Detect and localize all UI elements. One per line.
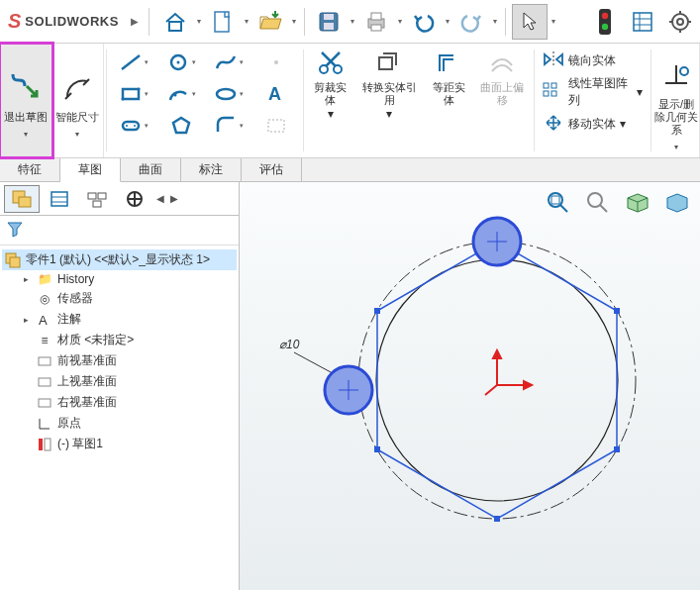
command-manager-tabs: 特征 草图 曲面 标注 评估 [0,158,700,182]
tree-label: 注解 [57,311,81,328]
trim-button[interactable]: 剪裁实体 ▾ [306,44,354,157]
exit-sketch-button[interactable]: 退出草图 ▾ [0,44,52,157]
tree-annotations[interactable]: ▸A注解 [2,309,237,330]
dropdown-icon[interactable]: ▾ [444,17,451,26]
select-button[interactable] [512,4,548,40]
tree-right-plane[interactable]: 右视基准面 [2,392,237,413]
feature-tree-tab[interactable] [4,185,40,213]
surface-offset-button[interactable]: 曲面上偏移 [473,44,533,157]
title-bar: S SOLIDWORKS ▶ ▾ ▾ ▾ ▾ ▾ ▾ ▾ ▾ [0,0,700,44]
mirror-entities-button[interactable]: 镜向实体 [539,48,647,73]
undo-button[interactable] [406,4,442,40]
linear-pattern-button[interactable]: 线性草图阵列 ▾ [539,79,647,105]
new-button[interactable] [205,4,241,40]
rectangle-tool[interactable]: ▾ [111,79,156,109]
svg-rect-83 [614,446,620,452]
home-button[interactable] [157,4,193,40]
svg-line-93 [294,352,331,372]
convert-label: 转换实体引用 [358,81,420,107]
svg-point-16 [677,19,683,25]
tab-evaluate[interactable]: 评估 [242,158,302,181]
svg-rect-27 [123,89,139,99]
graphics-area[interactable]: ⌀10 [240,182,700,590]
open-button[interactable] [252,4,288,40]
save-button[interactable] [311,4,347,40]
annotation-icon: A [36,313,53,327]
offset-entities-button[interactable]: 等距实体 [424,44,472,157]
svg-line-23 [122,55,140,69]
ellipse-tool[interactable]: ▾ [206,79,251,109]
dropdown-icon[interactable]: ▾ [195,17,203,26]
tab-annotate[interactable]: 标注 [181,158,242,181]
tree-sketch1[interactable]: (-) 草图1 [2,434,237,454]
dimxpert-tab[interactable] [117,185,152,213]
tree-label: 上视基准面 [57,373,117,390]
print-button[interactable] [358,4,394,40]
separator [650,49,651,151]
arc-tool[interactable]: ▾ [158,79,204,109]
app-logo: S SOLIDWORKS [2,0,125,43]
panel-tab-strip: ◀ ▶ [0,182,239,216]
line-tool[interactable]: ▾ [111,48,156,77]
plane-tool[interactable] [253,111,299,141]
tree-top-plane[interactable]: 上视基准面 [2,371,237,392]
expand-icon[interactable]: ▸ [20,274,32,284]
options-button[interactable] [625,4,660,40]
dropdown-icon[interactable]: ▾ [349,17,356,26]
polygon-tool[interactable] [158,111,204,141]
zoom-to-fit-button[interactable] [542,188,575,216]
display-style-button[interactable] [660,188,694,216]
tab-sketch[interactable]: 草图 [60,158,121,182]
dropdown-icon[interactable]: ▾ [491,17,499,26]
tree-history[interactable]: ▸📁History [2,270,237,288]
text-tool[interactable]: A [253,79,299,109]
circle-tool[interactable]: ▾ [158,48,204,77]
configuration-manager-tab[interactable] [79,185,115,213]
display-relations-button[interactable]: 显示/删除几何关系 ▾ [653,44,700,157]
tree-sensors[interactable]: ◎传感器 [2,288,237,309]
traffic-light-icon[interactable] [587,4,623,40]
dropdown-icon[interactable]: ▾ [386,107,392,121]
expand-icon[interactable]: ▸ [20,315,32,325]
fillet-tool[interactable]: ▾ [206,111,251,141]
offset-icon [434,46,463,79]
tab-surfaces[interactable]: 曲面 [121,158,181,181]
spline-tool[interactable]: ▾ [206,48,251,77]
tree-material[interactable]: ≡材质 <未指定> [2,330,237,350]
dropdown-icon[interactable]: ▾ [24,130,28,139]
point-tool[interactable] [253,48,299,77]
tree-front-plane[interactable]: 前视基准面 [2,350,237,371]
smart-dimension-label: 智能尺寸 [55,111,99,124]
convert-entities-button[interactable]: 转换实体引用 ▾ [354,44,424,157]
smart-dimension-button[interactable]: 智能尺寸 ▾ [52,44,105,157]
dropdown-icon[interactable]: ▾ [674,143,678,151]
tree-root[interactable]: 零件1 (默认) <<默认>_显示状态 1> [2,249,237,270]
separator [304,8,305,36]
dropdown-icon[interactable]: ▾ [637,85,643,99]
app-menu-chevron-icon[interactable]: ▶ [125,16,145,27]
plane-icon [36,375,53,389]
zoom-to-area-button[interactable] [581,188,615,216]
settings-gear-icon[interactable] [662,4,698,40]
dropdown-icon[interactable]: ▾ [243,17,250,26]
move-entities-button[interactable]: 移动实体 ▾ [539,111,647,137]
dropdown-icon[interactable]: ▾ [620,117,626,131]
dropdown-icon[interactable]: ▾ [328,107,334,121]
property-manager-tab[interactable] [42,185,77,213]
svg-rect-75 [551,196,559,204]
view-orientation-button[interactable] [621,188,654,216]
redo-button[interactable] [453,4,489,40]
dropdown-icon[interactable]: ▾ [75,130,79,139]
slot-tool[interactable]: ▾ [111,111,156,141]
dropdown-icon[interactable]: ▾ [290,17,298,26]
svg-point-30 [174,94,177,97]
dropdown-icon[interactable]: ▾ [550,17,557,26]
separator [106,49,107,151]
scissors-icon [316,46,346,79]
dropdown-icon[interactable]: ▾ [396,17,404,26]
panel-nav-prev[interactable]: ◀ [154,193,166,204]
filter-bar[interactable] [0,216,239,246]
tree-origin[interactable]: 原点 [2,413,237,434]
panel-nav-next[interactable]: ▶ [168,193,180,204]
tab-features[interactable]: 特征 [0,158,60,181]
